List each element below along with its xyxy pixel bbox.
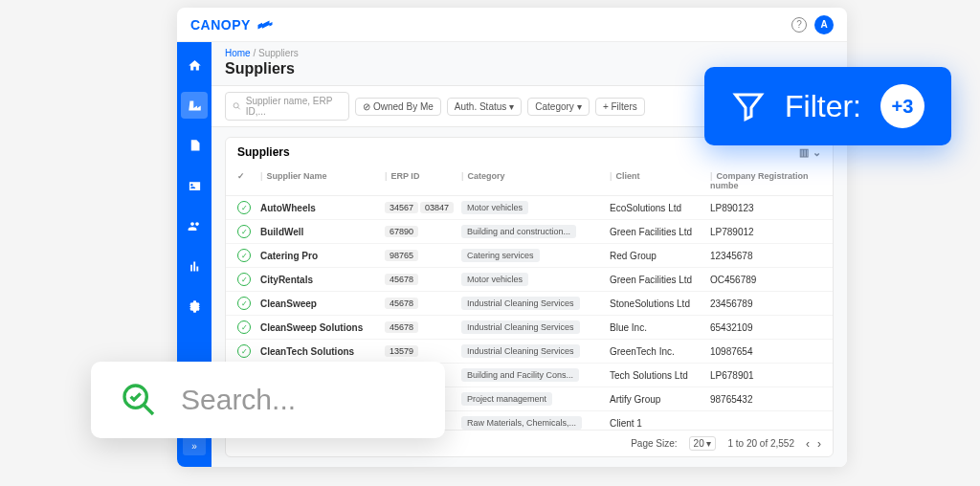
top-bar: CANOPY ? A bbox=[177, 8, 847, 42]
erp-badge: 03847 bbox=[420, 202, 454, 213]
client-cell: Blue Inc. bbox=[610, 322, 710, 333]
filter-more[interactable]: + Filters bbox=[595, 98, 645, 116]
col-client-header[interactable]: |Client bbox=[610, 171, 710, 190]
page-prev-button[interactable]: ‹ bbox=[806, 437, 810, 451]
reg-cell: 10987654 bbox=[710, 346, 821, 357]
brand-logo[interactable]: CANOPY bbox=[190, 16, 274, 33]
status-check-icon: ✓ bbox=[237, 297, 251, 310]
supplier-name-cell: CityRentals bbox=[260, 275, 385, 285]
table-row[interactable]: ✓BuildWell67890Building and construction… bbox=[226, 220, 833, 244]
category-cell: Industrial Cleaning Services bbox=[461, 320, 610, 334]
client-cell: Green Facilities Ltd bbox=[610, 275, 710, 285]
category-cell: Motor vehicles bbox=[461, 201, 610, 214]
client-cell: Red Group bbox=[610, 251, 710, 261]
client-cell: Tech Solutions Ltd bbox=[610, 370, 710, 381]
category-cell: Industrial Cleaning Services bbox=[461, 344, 610, 358]
col-check-header: ✓ bbox=[237, 171, 260, 190]
reg-cell: 65432109 bbox=[710, 322, 821, 333]
sidebar-item-suppliers[interactable] bbox=[181, 92, 208, 119]
status-check-icon: ✓ bbox=[237, 344, 251, 358]
table-row[interactable]: ✓CleanTech Solutions13579Industrial Clea… bbox=[226, 340, 833, 364]
erp-cell: 3456703847 bbox=[385, 202, 461, 213]
breadcrumb: Home / Suppliers bbox=[212, 42, 847, 60]
erp-cell: 13579 bbox=[385, 345, 461, 357]
col-reg-header[interactable]: |Company Registration numbe bbox=[710, 171, 821, 190]
client-cell: GreenTech Inc. bbox=[610, 346, 710, 357]
reg-cell: LP789012 bbox=[710, 227, 821, 237]
filter-category[interactable]: Category▾ bbox=[527, 98, 590, 116]
table-row[interactable]: ✓AutoWheels3456703847Motor vehiclesEcoSo… bbox=[226, 196, 833, 220]
category-cell: Project management bbox=[461, 392, 610, 406]
page-next-button[interactable]: › bbox=[817, 437, 821, 451]
breadcrumb-sep: / bbox=[253, 48, 256, 58]
filter-auth-status[interactable]: Auth. Status▾ bbox=[447, 98, 522, 116]
sidebar-item-docs[interactable] bbox=[181, 132, 208, 159]
client-cell: Green Facilities Ltd bbox=[610, 227, 710, 237]
reg-cell: OC456789 bbox=[710, 275, 821, 285]
chart-icon bbox=[188, 259, 202, 274]
supplier-name-cell: AutoWheels bbox=[260, 203, 385, 213]
breadcrumb-home[interactable]: Home bbox=[225, 48, 251, 58]
factory-icon bbox=[188, 99, 202, 113]
columns-icon: ▥ bbox=[799, 146, 809, 159]
category-cell: Building and construction... bbox=[461, 225, 610, 238]
column-settings-button[interactable]: ▥ ⌄ bbox=[799, 146, 821, 159]
category-cell: Catering services bbox=[461, 249, 610, 262]
sidebar-collapse-button[interactable]: » bbox=[183, 436, 206, 455]
erp-badge: 45678 bbox=[385, 321, 418, 333]
table-row[interactable]: ✓CityRentals45678Motor vehiclesGreen Fac… bbox=[226, 268, 833, 292]
svg-point-0 bbox=[234, 103, 238, 108]
funnel-icon bbox=[731, 89, 766, 123]
help-icon[interactable]: ? bbox=[791, 17, 807, 33]
erp-cell: 45678 bbox=[385, 298, 461, 309]
status-check-icon: ✓ bbox=[237, 249, 251, 262]
supplier-name-cell: BuildWell bbox=[260, 227, 385, 237]
col-category-header[interactable]: |Category bbox=[461, 171, 610, 190]
overlay-search-placeholder: Search... bbox=[181, 384, 296, 416]
sidebar-item-reports[interactable] bbox=[181, 253, 208, 279]
page-nav: ‹ › bbox=[806, 437, 821, 451]
status-check-icon: ✓ bbox=[237, 273, 251, 286]
col-name-header[interactable]: |Supplier Name bbox=[260, 171, 385, 190]
erp-badge: 34567 bbox=[385, 202, 418, 213]
erp-badge: 45678 bbox=[385, 298, 418, 309]
status-check-icon: ✓ bbox=[237, 201, 251, 214]
reg-cell: 12345678 bbox=[710, 251, 821, 261]
filter-owned-by-me[interactable]: ⊘Owned By Me bbox=[355, 98, 441, 116]
category-cell: Industrial Cleaning Services bbox=[461, 297, 610, 310]
page-size-select[interactable]: 20 ▾ bbox=[689, 436, 717, 451]
status-check-icon: ✓ bbox=[237, 225, 251, 238]
reg-cell: 98765432 bbox=[710, 394, 821, 405]
search-placeholder: Supplier name, ERP ID,... bbox=[246, 96, 342, 117]
table-row[interactable]: ✓Catering Pro98765Catering servicesRed G… bbox=[226, 244, 833, 268]
card-title-text: Suppliers bbox=[237, 145, 290, 159]
sidebar-item-contacts[interactable] bbox=[181, 172, 208, 199]
search-input[interactable]: Supplier name, ERP ID,... bbox=[225, 92, 349, 121]
supplier-name-cell: CleanTech Solutions bbox=[260, 346, 385, 357]
sidebar-item-home[interactable] bbox=[181, 52, 208, 78]
reg-cell: 23456789 bbox=[710, 298, 821, 309]
avatar[interactable]: A bbox=[814, 15, 834, 34]
col-erp-header[interactable]: |ERP ID bbox=[385, 171, 461, 190]
sidebar-item-users[interactable] bbox=[181, 212, 208, 239]
reg-cell: LP890123 bbox=[710, 203, 821, 213]
chevron-down-icon: ⌄ bbox=[813, 146, 821, 159]
overlay-filter-callout: Filter: +3 bbox=[704, 67, 951, 145]
search-check-icon bbox=[120, 381, 158, 419]
category-cell: Building and Facility Cons... bbox=[461, 368, 610, 382]
sidebar-item-settings[interactable] bbox=[181, 293, 208, 320]
supplier-name-cell: CleanSweep Solutions bbox=[260, 322, 385, 333]
erp-cell: 67890 bbox=[385, 226, 461, 237]
top-right-actions: ? A bbox=[791, 15, 834, 34]
overlay-search-callout: Search... bbox=[91, 362, 445, 438]
document-icon bbox=[188, 139, 202, 153]
table-row[interactable]: ✓CleanSweep Solutions45678Industrial Cle… bbox=[226, 316, 833, 340]
users-icon bbox=[188, 219, 202, 233]
table-row[interactable]: ✓CleanSweep45678Industrial Cleaning Serv… bbox=[226, 292, 833, 316]
client-cell: StoneSolutions Ltd bbox=[610, 298, 710, 309]
search-icon bbox=[233, 101, 241, 111]
table-header: ✓ |Supplier Name |ERP ID |Category |Clie… bbox=[226, 166, 833, 196]
erp-cell: 98765 bbox=[385, 250, 461, 261]
erp-badge: 98765 bbox=[385, 250, 418, 261]
chevron-down-icon: ▾ bbox=[577, 101, 582, 112]
